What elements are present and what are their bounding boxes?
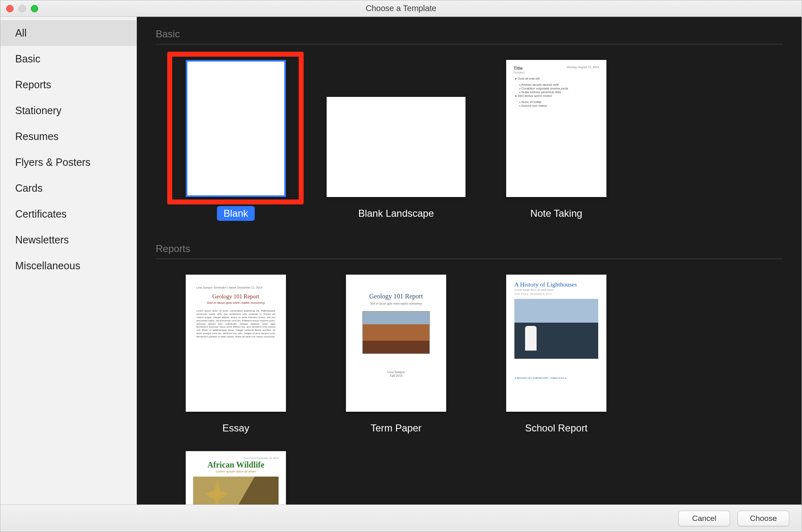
thumb-area — [316, 55, 476, 197]
thumb-area: Toria Fouca December 12, 2014 African Wi… — [156, 446, 316, 504]
sidebar-item-cards[interactable]: Cards — [0, 175, 136, 201]
section-rule — [156, 259, 783, 259]
section-header-reports: Reports — [156, 232, 783, 259]
thumb-area — [156, 55, 316, 197]
preview-content: Monday, August 15, 2014 Title Subject Du… — [506, 60, 606, 113]
sidebar-item-label: Cards — [15, 182, 43, 194]
thumb-area: A History of Lighthouses Lorem ipsum dol… — [476, 270, 636, 412]
sidebar-item-reports[interactable]: Reports — [0, 72, 136, 98]
preview-photo — [514, 299, 598, 359]
template-school-report[interactable]: A History of Lighthouses Lorem ipsum dol… — [476, 270, 636, 436]
template-label: Blank Landscape — [352, 206, 440, 221]
thumbnail-note-taking: Monday, August 15, 2014 Title Subject Du… — [506, 60, 606, 197]
template-gallery[interactable]: Basic Blank Blank Landscape — [137, 17, 802, 504]
template-visual-report[interactable]: Toria Fouca December 12, 2014 African Wi… — [156, 446, 316, 504]
sidebar-item-label: Certificates — [15, 208, 67, 220]
thumbnail-visual-report: Toria Fouca December 12, 2014 African Wi… — [186, 451, 286, 504]
sidebar-item-label: Basic — [15, 53, 40, 64]
footer: Cancel Choose — [0, 504, 802, 532]
template-term-paper[interactable]: Geology 101 Report Sed et lacus quis eni… — [316, 270, 476, 436]
sidebar-item-certificates[interactable]: Certificates — [0, 201, 136, 227]
template-label: Blank — [217, 206, 255, 221]
window-body: All Basic Reports Stationery Resumes Fly… — [0, 17, 802, 504]
sidebar-item-miscellaneous[interactable]: Miscellaneous — [0, 253, 136, 279]
thumb-area: Geology 101 Report Sed et lacus quis eni… — [316, 270, 476, 412]
titlebar: Choose a Template — [0, 0, 802, 17]
thumbnail-school-report: A History of Lighthouses Lorem ipsum dol… — [506, 275, 606, 412]
cancel-button[interactable]: Cancel — [678, 511, 730, 526]
sidebar-item-all[interactable]: All — [0, 20, 136, 46]
sidebar-item-stationery[interactable]: Stationery — [0, 98, 136, 124]
thumb-area: Lina Sompor Semester’s Name December 11,… — [156, 270, 316, 412]
sidebar-item-label: Resumes — [15, 131, 59, 142]
template-chooser-window: Choose a Template All Basic Reports Stat… — [0, 0, 802, 532]
preview-photo — [362, 311, 430, 354]
sidebar-item-resumes[interactable]: Resumes — [0, 124, 136, 149]
sidebar-item-label: Newsletters — [15, 234, 69, 245]
sidebar-item-label: Miscellaneous — [15, 260, 80, 271]
preview-photo — [193, 477, 279, 504]
preview-content: A History of Lighthouses Lorem ipsum dol… — [506, 275, 606, 386]
template-essay[interactable]: Lina Sompor Semester’s Name December 11,… — [156, 270, 316, 436]
reports-grid: Lina Sompor Semester’s Name December 11,… — [156, 270, 783, 504]
template-label: Essay — [216, 421, 256, 436]
sidebar-item-flyers-posters[interactable]: Flyers & Posters — [0, 149, 136, 175]
choose-button[interactable]: Choose — [737, 511, 789, 526]
preview-content: Lina Sompor Semester’s Name December 11,… — [186, 275, 286, 350]
sidebar-item-basic[interactable]: Basic — [0, 46, 136, 72]
template-label: Note Taking — [524, 206, 589, 221]
window-title: Choose a Template — [0, 4, 802, 13]
thumbnail-blank-landscape — [327, 97, 466, 197]
thumbnail-term-paper: Geology 101 Report Sed et lacus quis eni… — [346, 275, 446, 412]
preview-content: Toria Fouca December 12, 2014 African Wi… — [186, 451, 286, 504]
sidebar-item-newsletters[interactable]: Newsletters — [0, 227, 136, 253]
template-label: School Report — [519, 421, 594, 436]
template-label: Term Paper — [364, 421, 428, 436]
template-note-taking[interactable]: Monday, August 15, 2014 Title Subject Du… — [476, 55, 636, 221]
thumbnail-blank — [186, 60, 286, 197]
thumbnail-essay: Lina Sompor Semester’s Name December 11,… — [186, 275, 286, 412]
sidebar-item-label: Flyers & Posters — [15, 156, 90, 168]
sidebar-item-label: All — [15, 27, 27, 39]
section-header-basic: Basic — [156, 17, 783, 44]
thumb-area: Monday, August 15, 2014 Title Subject Du… — [476, 55, 636, 197]
sidebar-item-label: Reports — [15, 79, 51, 90]
section-rule — [156, 44, 783, 44]
basic-grid: Blank Blank Landscape Monday, August 15,… — [156, 55, 783, 232]
template-blank-landscape[interactable]: Blank Landscape — [316, 55, 476, 221]
sidebar: All Basic Reports Stationery Resumes Fly… — [0, 17, 137, 504]
sidebar-item-label: Stationery — [15, 105, 62, 116]
template-blank[interactable]: Blank — [156, 55, 316, 221]
preview-content: Geology 101 Report Sed et lacus quis eni… — [346, 275, 446, 386]
